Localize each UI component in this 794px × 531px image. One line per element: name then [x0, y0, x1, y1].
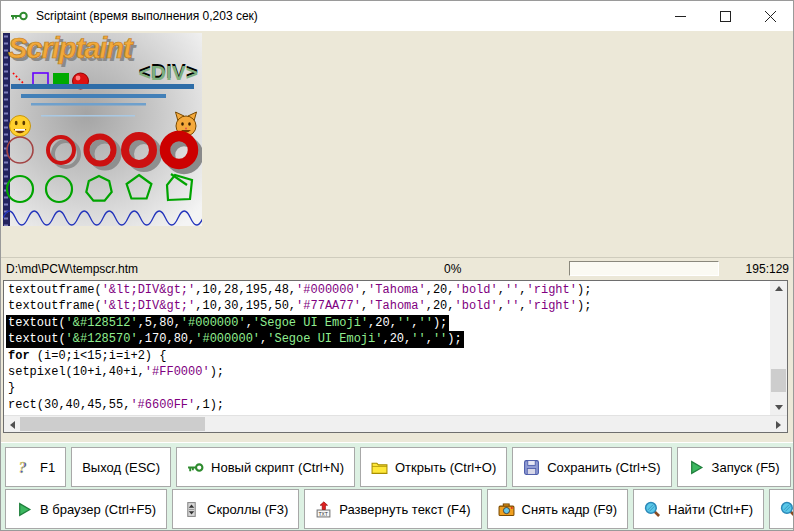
open-button[interactable]: Открыть (Ctrl+O) [360, 447, 507, 487]
button-label: Скроллы (F3) [207, 502, 288, 517]
to-browser-button[interactable]: В браузер (Ctrl+F5) [5, 489, 167, 529]
horizontal-scroll-thumb[interactable] [20, 417, 205, 431]
code-line[interactable]: rect(30,40,45,55,'#6600FF',1); [8, 397, 770, 413]
code-line-text: for (i=0;i<15;i=i+2) { [8, 348, 166, 364]
code-line-text: textoutframe('&lt;DIV&gt;',10,30,195,50,… [8, 298, 591, 314]
file-path: D:\md\PCW\tempscr.htm [6, 262, 138, 276]
close-icon [765, 11, 776, 22]
progress-bar [569, 261, 719, 276]
minimize-button[interactable] [658, 1, 703, 31]
logo-text: Scriptaint [8, 33, 134, 64]
toolbar-row-1: ?F1Выход (ESC)Новый скрипт (Ctrl+N)Откры… [5, 447, 789, 487]
maximize-button[interactable] [703, 1, 748, 31]
run-icon [688, 459, 705, 476]
scroll-left-icon[interactable] [4, 416, 20, 433]
vertical-scroll-thumb[interactable] [771, 369, 786, 392]
div-text: <DIV> [138, 61, 198, 84]
save-icon [523, 459, 540, 476]
maximize-icon [720, 11, 731, 22]
find-next-button[interactable]: Далее (Ctrl+Shift+F) [769, 489, 794, 529]
close-button[interactable] [748, 1, 793, 31]
key-icon [187, 459, 204, 476]
code-line-text: textoutframe('&lt;DIV&gt;',10,28,195,48,… [8, 282, 591, 298]
window-title: Scriptaint (время выполнения 0,203 сек) [36, 9, 258, 23]
find-icon [644, 501, 661, 518]
code-line-text: textout('&#128570',170,80,'#000000','Seg… [6, 331, 464, 347]
button-label: Запуск (F5) [712, 460, 780, 475]
statusbar: D:\md\PCW\tempscr.htm 0% 195:129 [1, 257, 793, 279]
code-line[interactable]: for (i=0;i<15;i=i+2) { [8, 348, 770, 364]
code-line[interactable]: textoutframe('&lt;DIV&gt;',10,30,195,50,… [8, 298, 770, 314]
code-line-text: rect(30,40,45,55,'#6600FF',1); [8, 397, 224, 413]
toolbar-row-2: В браузер (Ctrl+F5)Скроллы (F3)TXTРазвер… [5, 489, 789, 529]
find-button[interactable]: Найти (Ctrl+F) [633, 489, 764, 529]
button-label: Найти (Ctrl+F) [668, 502, 753, 517]
scroll-up-icon[interactable] [770, 281, 787, 296]
expand-text-button[interactable]: TXTРазвернуть текст (F4) [304, 489, 481, 529]
code-line-text: setpixel(10+i,40+i,'#FF0000'); [8, 364, 224, 380]
help-icon: ? [16, 459, 33, 476]
button-label: Развернуть текст (F4) [339, 502, 470, 517]
save-button[interactable]: Сохранить (Ctrl+S) [512, 447, 671, 487]
app-icon [10, 9, 28, 23]
expand-text-icon: TXT [315, 501, 332, 518]
titlebar[interactable]: Scriptaint (время выполнения 0,203 сек) [1, 1, 793, 31]
capture-frame-button[interactable]: Снять кадр (F9) [487, 489, 628, 529]
button-label: Выход (ESC) [82, 460, 160, 475]
horizontal-scrollbar[interactable] [4, 415, 787, 432]
smiley-emoji [10, 116, 31, 137]
vertical-scrollbar[interactable] [770, 281, 787, 415]
svg-text:?: ? [19, 459, 27, 476]
preview-canvas: Scriptaint Scriptaint <DIV> <DIV> [3, 33, 202, 226]
button-label: Снять кадр (F9) [522, 502, 617, 517]
find-next-icon [780, 501, 794, 518]
camera-icon [498, 501, 515, 518]
button-label: В браузер (Ctrl+F5) [40, 502, 156, 517]
exit-button[interactable]: Выход (ESC) [71, 447, 171, 487]
code-line[interactable]: textout('&#128570',170,80,'#000000','Seg… [8, 331, 770, 347]
folder-icon [371, 459, 388, 476]
code-line[interactable]: textoutframe('&lt;DIV&gt;',10,28,195,48,… [8, 282, 770, 298]
progress-percent: 0% [444, 262, 461, 276]
svg-text:TXT: TXT [319, 511, 329, 517]
new-script-button[interactable]: Новый скрипт (Ctrl+N) [176, 447, 355, 487]
cursor-position: 195:129 [746, 262, 789, 276]
code-line-text: } [8, 380, 15, 396]
run-button[interactable]: Запуск (F5) [677, 447, 791, 487]
code-line[interactable]: textout('&#128512',5,80,'#000000','Segoe… [8, 315, 770, 331]
toolbar: ?F1Выход (ESC)Новый скрипт (Ctrl+N)Откры… [1, 442, 793, 531]
button-label: Открыть (Ctrl+O) [395, 460, 496, 475]
minimize-icon [675, 11, 686, 22]
code-line[interactable]: } [8, 380, 770, 396]
app-window: Scriptaint (время выполнения 0,203 сек) [0, 0, 794, 531]
script-editor[interactable]: textoutframe('&lt;DIV&gt;',10,28,195,48,… [3, 280, 788, 433]
code-line-text: textout('&#128512',5,80,'#000000','Segoe… [6, 315, 449, 331]
code-line[interactable]: setpixel(10+i,40+i,'#FF0000'); [8, 364, 770, 380]
button-label: F1 [40, 460, 55, 475]
button-label: Сохранить (Ctrl+S) [547, 460, 660, 475]
run-icon [16, 501, 33, 518]
scroll-right-icon[interactable] [770, 416, 786, 433]
scroll-down-icon[interactable] [770, 400, 787, 415]
help-button[interactable]: ?F1 [5, 447, 66, 487]
spinner-icon [183, 501, 200, 518]
scrolls-button[interactable]: Скроллы (F3) [172, 489, 299, 529]
button-label: Новый скрипт (Ctrl+N) [211, 460, 344, 475]
code-area[interactable]: textoutframe('&lt;DIV&gt;',10,28,195,48,… [4, 281, 770, 432]
